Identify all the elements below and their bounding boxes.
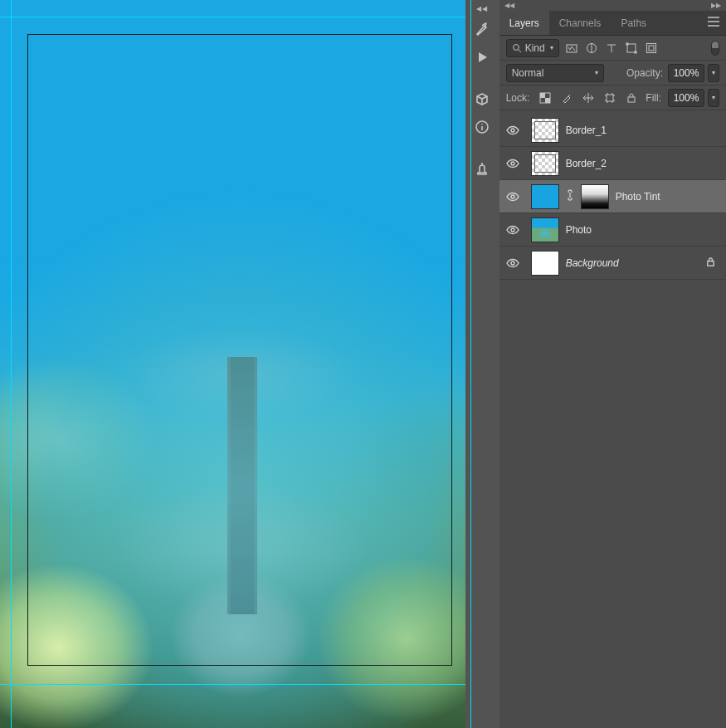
fill-label: Fill: [646,92,661,104]
collapse-arrows-icon[interactable]: ◀◀ [476,5,488,12]
svg-rect-19 [708,261,714,266]
tab-channels[interactable]: Channels [549,11,611,35]
visibility-eye-icon[interactable] [504,222,521,238]
filter-pixel-icon[interactable] [564,41,579,56]
layers-list: Border_1Border_2Photo TintPhotoBackgroun… [499,110,726,728]
lock-artboard-icon[interactable] [602,90,617,105]
filter-smart-icon[interactable] [644,41,659,56]
layer-thumbnail[interactable] [531,251,559,276]
svg-rect-7 [646,43,655,52]
collapse-right-icon[interactable]: ▶▶ [711,2,721,9]
svg-rect-5 [626,42,628,45]
info-icon[interactable] [470,115,494,139]
panel-top-arrows: ◀◀▶▶ [499,0,726,11]
svg-rect-10 [540,93,545,98]
lock-position-icon[interactable] [581,90,596,105]
svg-point-1 [513,44,519,50]
visibility-eye-icon[interactable] [504,122,521,139]
layer-row[interactable]: Border_2 [499,147,726,180]
fill-stepper[interactable]: ▾ [708,89,719,107]
layer-row[interactable]: Photo Tint [499,180,726,213]
blend-mode-select[interactable]: Normal ▾ [506,64,604,82]
svg-point-16 [511,195,514,198]
lock-label: Lock: [506,92,530,104]
filter-row: Kind ▾ [499,36,726,61]
collapse-left-icon[interactable]: ◀◀ [504,2,514,9]
filter-type-icon[interactable] [604,41,619,56]
visibility-eye-icon[interactable] [504,255,521,271]
clone-stamp-icon[interactable] [470,157,494,180]
panel-menu-icon[interactable] [708,17,719,29]
filter-shape-icon[interactable] [624,41,639,56]
canvas-area[interactable] [0,0,465,728]
kind-select[interactable]: Kind ▾ [506,39,559,57]
layer-thumbnail[interactable] [531,118,559,143]
svg-point-17 [511,228,514,232]
lock-transparency-icon[interactable] [538,90,553,105]
layer-row[interactable]: Photo [499,213,726,247]
visibility-eye-icon[interactable] [504,188,521,205]
chevron-down-icon: ▾ [550,44,553,51]
lock-row: Lock: Fill: 100% ▾ [499,86,726,110]
history-brush-icon[interactable] [470,17,494,41]
layer-name[interactable]: Border_2 [566,158,607,169]
tab-layers[interactable]: Layers [499,11,549,35]
svg-rect-11 [545,98,550,103]
layer-name[interactable]: Photo Tint [616,191,660,203]
dock-strip: ◀◀ [465,0,499,728]
lock-all-icon[interactable] [624,90,639,105]
fill-input[interactable]: 100% [668,89,704,107]
document-canvas[interactable] [0,0,465,728]
layer-name[interactable]: Border_1 [566,125,607,136]
svg-point-15 [511,162,514,165]
svg-rect-6 [634,51,636,53]
layer-name[interactable]: Photo [566,224,592,236]
blend-row: Normal ▾ Opacity: 100% ▾ [499,61,726,86]
layer-row[interactable]: Background [499,247,726,280]
svg-rect-8 [649,46,654,51]
panel-tabs: Layers Channels Paths [499,11,726,36]
chevron-down-icon: ▾ [595,69,598,76]
tab-paths[interactable]: Paths [611,11,656,35]
filter-toggle-switch[interactable] [711,41,719,56]
blend-mode-value: Normal [512,67,544,79]
svg-point-14 [511,129,514,132]
layer-thumbnail[interactable] [531,151,559,176]
filter-adjustment-icon[interactable] [584,41,599,56]
svg-rect-12 [607,95,613,101]
opacity-input[interactable]: 100% [668,64,704,82]
opacity-label: Opacity: [626,67,663,79]
visibility-eye-icon[interactable] [504,155,521,172]
lock-icon [705,257,716,270]
layer-thumbnail[interactable] [531,184,559,209]
layer-row[interactable]: Border_1 [499,114,726,147]
play-icon[interactable] [470,46,494,69]
svg-point-18 [511,261,514,265]
layers-panel: ◀◀▶▶ Layers Channels Paths Kind ▾ Normal… [499,0,726,728]
opacity-stepper[interactable]: ▾ [708,64,719,82]
svg-rect-13 [628,97,635,102]
mask-link-icon[interactable] [566,189,574,203]
layer-name[interactable]: Background [566,257,619,269]
layer-thumbnail[interactable] [531,217,559,242]
3d-icon[interactable] [470,87,494,110]
lock-pixels-icon[interactable] [559,90,574,105]
kind-label: Kind [525,42,545,54]
layer-mask-thumbnail[interactable] [581,184,609,209]
